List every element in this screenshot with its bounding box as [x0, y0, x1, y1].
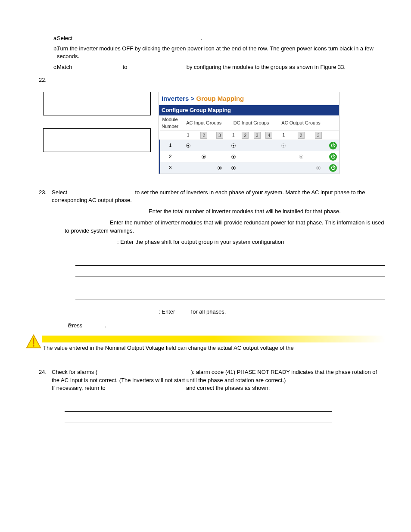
radio-dcin[interactable] — [231, 143, 236, 148]
radio-acout[interactable] — [281, 143, 286, 148]
col-acout: AC Output Groups — [275, 115, 327, 131]
paragraph: Enter the number of inverter modules tha… — [65, 219, 385, 234]
radio-acin[interactable] — [218, 166, 222, 170]
radio-acout[interactable] — [316, 166, 321, 170]
radio-acout[interactable] — [299, 155, 303, 159]
col-module: Module Number — [160, 115, 181, 131]
num: 1 — [230, 132, 237, 139]
paragraph: : Enter the phase shift for output group… — [65, 238, 385, 246]
figure-row: Inverters > Group Mapping Configure Grou… — [39, 92, 385, 174]
num: 2 — [298, 132, 305, 139]
module-num: 1 — [160, 140, 181, 151]
num: 3 — [216, 132, 223, 139]
marker: b. — [39, 45, 53, 60]
col-acin: AC Input Groups — [181, 115, 227, 131]
text: Select . — [53, 34, 385, 42]
empty-box — [43, 128, 151, 152]
caution-block: The value entered in the Nominal Output … — [26, 336, 385, 354]
num: 2 — [242, 132, 249, 139]
word: ): alarm code (41) PHASE NOT READY indic… — [52, 369, 377, 383]
table-row: 2 — [160, 151, 339, 162]
num: 3 — [254, 132, 261, 139]
group-mapping-table: Module Number AC Input Groups DC Input G… — [159, 115, 339, 174]
caution-icon — [26, 334, 41, 349]
word: If necessary, return to — [52, 385, 106, 391]
power-icon[interactable] — [329, 164, 337, 172]
col-dcin: DC Input Groups — [227, 115, 275, 131]
title-pre: Inverters > — [162, 95, 196, 102]
step-23: 23. Select to set the number of inverter… — [39, 189, 385, 204]
caution-header-bar — [42, 336, 385, 342]
marker: 23. — [39, 189, 52, 204]
document-content: a. Select . b. Turn the inverter modules… — [26, 34, 385, 330]
line — [75, 255, 385, 266]
radio-dcin[interactable] — [231, 155, 236, 159]
line — [65, 412, 332, 423]
module-num: 3 — [160, 162, 181, 174]
word: by configuring the modules to the groups… — [187, 64, 346, 70]
table-row: 1 — [160, 140, 339, 151]
line — [75, 288, 385, 299]
line — [65, 423, 332, 434]
marker: c. — [39, 63, 53, 71]
num: 4 — [265, 132, 272, 139]
radio-acin[interactable] — [202, 155, 206, 159]
bullet-lines — [65, 401, 332, 434]
marker: a. — [39, 34, 53, 42]
svg-point-2 — [33, 345, 34, 347]
panel-subtitle: Configure Group Mapping — [159, 105, 339, 115]
caution-body: The value entered in the Nominal Output … — [42, 336, 385, 354]
table-row: 3 — [160, 162, 339, 174]
text: Check for alarms ( ): alarm code (41) PH… — [52, 368, 385, 392]
num: 1 — [280, 132, 287, 139]
word: to set the number of inverters in each p… — [52, 189, 365, 203]
text: Press . — [68, 322, 106, 330]
step-22: 22. — [39, 76, 385, 84]
word: and correct the phases as shown: — [186, 385, 270, 391]
text: Turn the inverter modules OFF by clickin… — [53, 45, 385, 60]
paragraph: Enter the total number of inverter modul… — [65, 208, 385, 215]
paragraph: : Enter for all phases. — [65, 308, 385, 316]
word: to — [123, 64, 128, 70]
num: 3 — [315, 132, 322, 139]
step-b: b. Turn the inverter modules OFF by clic… — [39, 45, 385, 60]
line — [75, 277, 385, 288]
line — [75, 266, 385, 277]
num: 2 — [200, 132, 207, 139]
text: Match to by configuring the modules to t… — [53, 63, 385, 71]
step-e: e. Press . — [53, 322, 385, 330]
marker: e. — [53, 322, 68, 330]
word: : Enter — [159, 308, 175, 315]
bullet-lines — [75, 255, 385, 299]
power-icon[interactable] — [329, 142, 337, 149]
panel-title: Inverters > Group Mapping — [159, 92, 339, 105]
word: Select — [57, 35, 72, 41]
radio-dcin[interactable] — [231, 166, 236, 170]
num: 1 — [185, 132, 192, 139]
step-a: a. Select . — [39, 34, 385, 42]
word: Check for alarms ( — [52, 369, 97, 375]
module-num: 2 — [160, 151, 181, 162]
text: Enter the number of inverter modules tha… — [65, 219, 384, 233]
word: for all phases. — [191, 308, 226, 315]
power-icon[interactable] — [329, 153, 337, 161]
text: Select to set the number of inverters in… — [52, 189, 385, 204]
title-orange: Group Mapping — [196, 95, 244, 102]
word: Select — [52, 189, 67, 196]
word: . — [104, 322, 106, 329]
word: Press — [68, 322, 82, 329]
word: Match — [57, 64, 72, 70]
period: . — [200, 35, 202, 41]
left-boxes — [43, 92, 151, 174]
caution-text: The value entered in the Nominal Output … — [42, 342, 385, 354]
line — [65, 401, 332, 412]
marker: 22. — [39, 76, 52, 84]
marker: 24. — [39, 368, 52, 392]
step-24: 24. Check for alarms ( ): alarm code (41… — [39, 368, 385, 392]
group-mapping-panel: Inverters > Group Mapping Configure Grou… — [159, 92, 339, 174]
step-c: c. Match to by configuring the modules t… — [39, 63, 385, 71]
radio-acin[interactable] — [186, 143, 190, 148]
empty-box — [43, 92, 151, 115]
